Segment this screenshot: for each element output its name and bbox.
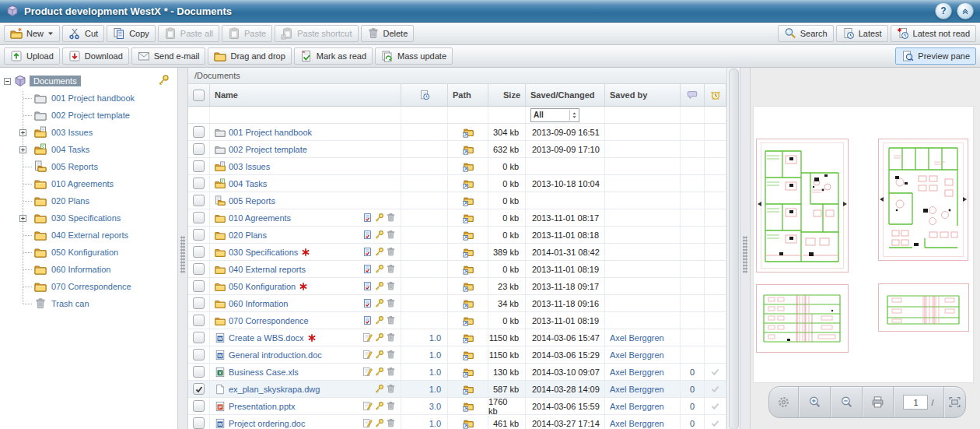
- delete-button[interactable]: [386, 213, 396, 223]
- sidebar-item-040-external-reports[interactable]: 040 External reports: [0, 227, 177, 244]
- sidebar-item-010-agreements[interactable]: 010 Agreements: [0, 175, 177, 192]
- delete-button[interactable]: [386, 367, 396, 377]
- column-header-saved_changed[interactable]: Saved/Changed: [526, 84, 605, 106]
- doc-saved-by[interactable]: Axel Berggren: [605, 350, 664, 360]
- delete-button[interactable]: [386, 384, 396, 394]
- delete-button[interactable]: [386, 298, 396, 308]
- row-checkbox[interactable]: [193, 229, 205, 241]
- path-folder-icon[interactable]: [463, 298, 474, 309]
- send-e-mail-button[interactable]: Send e-mail: [131, 47, 206, 65]
- checklist-button[interactable]: [362, 230, 373, 240]
- scrollbar-thumb[interactable]: [729, 69, 739, 429]
- sidebar-item-020-plans[interactable]: 020 Plans: [0, 192, 177, 209]
- table-row[interactable]: 005 Reports0 kb: [188, 192, 726, 209]
- delete-button[interactable]: [386, 264, 396, 274]
- sidebar-item-060-information[interactable]: 060 Information: [0, 261, 177, 278]
- table-row[interactable]: WGeneral introduction.doc1.01150 kb2014-…: [188, 346, 726, 364]
- path-folder-icon[interactable]: [463, 264, 474, 275]
- row-checkbox[interactable]: [193, 349, 205, 360]
- permissions-button[interactable]: [374, 315, 384, 325]
- checklist-button[interactable]: [362, 281, 373, 291]
- path-folder-icon[interactable]: [463, 213, 474, 223]
- doc-name[interactable]: 020 Plans: [229, 230, 267, 240]
- row-checkbox[interactable]: [193, 246, 205, 258]
- permissions-button[interactable]: [374, 247, 384, 257]
- table-row[interactable]: 001 Project handbook304 kb2013-09-09 16:…: [188, 124, 726, 141]
- sidebar-item-005-reports[interactable]: 005 Reports: [0, 158, 177, 175]
- table-row[interactable]: 003 Issues0 kb: [188, 158, 726, 175]
- column-header-size[interactable]: Size: [488, 84, 526, 106]
- checklist-button[interactable]: [362, 264, 373, 274]
- upload-button[interactable]: Upload: [4, 47, 60, 65]
- edit-button[interactable]: [362, 401, 373, 411]
- delete-button[interactable]: [386, 332, 396, 343]
- edit-button[interactable]: [362, 350, 373, 360]
- drag-and-drop-button[interactable]: Drag and drop: [208, 47, 291, 65]
- checklist-button[interactable]: [362, 247, 373, 257]
- collapse-button[interactable]: [957, 2, 974, 19]
- doc-name[interactable]: 001 Project handbook: [229, 128, 312, 137]
- print-button[interactable]: [863, 387, 894, 417]
- doc-name[interactable]: Project ordering.doc: [229, 419, 305, 428]
- table-row[interactable]: PPresentation.pptx3.01760 kb2014-03-06 1…: [188, 398, 726, 415]
- table-row[interactable]: WCreate a WBS.docx1.01150 kb2014-03-06 1…: [188, 329, 726, 346]
- row-checkbox[interactable]: [193, 143, 205, 155]
- mark-as-read-button[interactable]: Mark as read: [294, 47, 373, 65]
- doc-name[interactable]: 050 Konfiguration: [229, 282, 296, 291]
- doc-name[interactable]: Presentation.pptx: [229, 402, 296, 411]
- row-checkbox[interactable]: [193, 212, 205, 223]
- doc-name[interactable]: 030 Specifications: [229, 248, 298, 257]
- row-checkbox[interactable]: [193, 400, 205, 412]
- path-folder-icon[interactable]: [463, 195, 474, 206]
- permissions-button[interactable]: [374, 350, 384, 360]
- doc-saved-by[interactable]: Axel Berggren: [605, 333, 664, 343]
- table-row[interactable]: WProject ordering.doc1.0461 kb2014-03-27…: [188, 415, 726, 429]
- permissions-button[interactable]: [374, 230, 384, 240]
- doc-name[interactable]: Business Case.xls: [229, 367, 299, 377]
- path-folder-icon[interactable]: [463, 418, 474, 429]
- table-row[interactable]: 060 Information34 kb2013-11-18 09:16: [188, 295, 726, 312]
- delete-button[interactable]: [386, 401, 396, 411]
- table-row[interactable]: 050 Konfiguration23 kb2013-11-18 09:17: [188, 278, 726, 295]
- preview-splitter[interactable]: [740, 68, 751, 429]
- doc-name[interactable]: 070 Correspondence: [229, 316, 309, 325]
- delete-button[interactable]: [386, 230, 396, 240]
- doc-saved-by[interactable]: Axel Berggren: [605, 402, 664, 411]
- row-checkbox[interactable]: [193, 178, 205, 189]
- column-header-checkbox[interactable]: [188, 84, 210, 106]
- doc-name[interactable]: 040 External reports: [229, 265, 306, 274]
- delete-button[interactable]: [386, 418, 396, 428]
- doc-name[interactable]: 002 Project template: [229, 145, 307, 154]
- sidebar-item-070-correspondence[interactable]: 070 Correspondence: [0, 278, 177, 295]
- row-checkbox[interactable]: [193, 332, 205, 343]
- saved-changed-filter-select[interactable]: All: [530, 108, 579, 122]
- table-row[interactable]: ex_plan_skyskrapa.dwg1.0587 kb2014-03-28…: [188, 381, 726, 398]
- permissions-button[interactable]: [374, 367, 384, 377]
- checklist-button[interactable]: [362, 213, 373, 223]
- preview-pane-button[interactable]: Preview pane: [895, 47, 976, 65]
- doc-name[interactable]: ex_plan_skyskrapa.dwg: [229, 385, 320, 394]
- path-folder-icon[interactable]: [463, 127, 474, 138]
- row-checkbox[interactable]: [193, 417, 205, 429]
- table-row[interactable]: 010 Agreements0 kb2013-11-01 08:17: [188, 209, 726, 227]
- expand-plus-icon[interactable]: [19, 146, 26, 153]
- permissions-button[interactable]: [374, 332, 384, 343]
- row-checkbox[interactable]: [193, 280, 205, 292]
- table-row[interactable]: XBusiness Case.xls1.0130 kb2014-03-10 09…: [188, 364, 726, 381]
- delete-button[interactable]: [386, 315, 396, 325]
- checklist-button[interactable]: [362, 315, 373, 325]
- sidebar-item-001-project-handbook[interactable]: 001 Project handbook: [0, 90, 177, 107]
- doc-name[interactable]: Create a WBS.docx: [229, 333, 304, 343]
- delete-button[interactable]: [386, 350, 396, 360]
- doc-saved-by[interactable]: Axel Berggren: [605, 385, 664, 394]
- doc-name[interactable]: 005 Reports: [229, 196, 275, 206]
- page-number-input[interactable]: [903, 395, 928, 410]
- path-folder-icon[interactable]: [463, 178, 474, 189]
- doc-name[interactable]: 010 Agreements: [229, 213, 291, 223]
- splitter-grip[interactable]: [743, 236, 747, 273]
- sidebar-item-050-konfiguration[interactable]: 050 Konfiguration: [0, 244, 177, 261]
- preview-settings-button[interactable]: [769, 387, 799, 417]
- expand-plus-icon[interactable]: [19, 129, 26, 136]
- help-button[interactable]: ?: [935, 2, 952, 19]
- sidebar-item-030-specifications[interactable]: 030 Specifications: [0, 209, 177, 227]
